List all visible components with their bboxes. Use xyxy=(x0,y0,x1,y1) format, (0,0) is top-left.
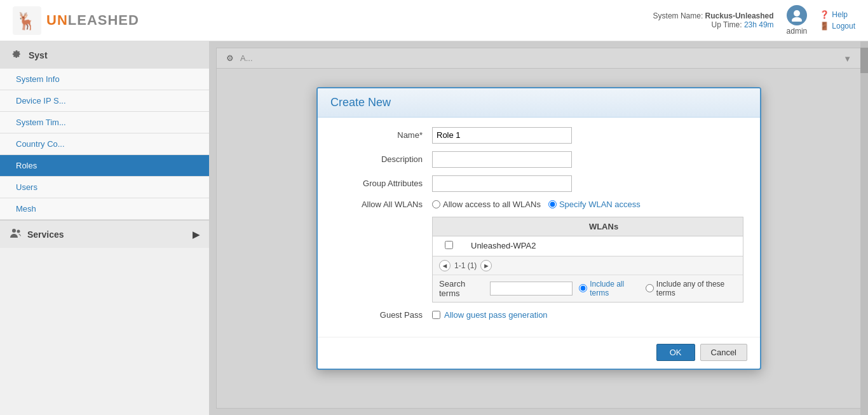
navbar: 🦌 UNLEASHED System Name: Ruckus-Unleashe… xyxy=(0,0,868,41)
svg-text:🦌: 🦌 xyxy=(16,11,37,31)
pagination-row: ◄ 1-1 (1) ► xyxy=(433,256,743,275)
sidebar-item-roles[interactable]: Roles xyxy=(0,155,209,177)
admin-avatar xyxy=(787,5,807,25)
svg-point-3 xyxy=(792,17,802,22)
system-name-row: System Name: Ruckus-Unleashed xyxy=(653,11,774,20)
brand-leashed: LEASHED xyxy=(68,12,139,28)
description-label: Description xyxy=(330,154,432,164)
admin-label: admin xyxy=(787,27,808,36)
help-icon: ❓ xyxy=(820,10,829,19)
modal-body: Name* Description Group Attributes xyxy=(318,118,760,337)
group-attributes-label: Group Attributes xyxy=(330,179,432,188)
uptime-value: 23h 49m xyxy=(744,20,774,29)
system-info: System Name: Ruckus-Unleashed Up Time: 2… xyxy=(653,11,774,29)
content-area: ⚙ A... ▼ Create New Name* xyxy=(210,41,868,415)
logout-link[interactable]: 🚪 Logout xyxy=(820,22,855,31)
navbar-right: System Name: Ruckus-Unleashed Up Time: 2… xyxy=(653,5,855,36)
name-label: Name* xyxy=(330,130,432,140)
logo: 🦌 UNLEASHED xyxy=(13,6,139,35)
radio-all-label[interactable]: Allow access to all WLANs xyxy=(432,200,541,209)
next-page-button[interactable]: ► xyxy=(480,260,492,271)
modal-overlay: Create New Name* Description xyxy=(210,41,868,415)
group-attributes-row: Group Attributes xyxy=(330,175,747,192)
search-input[interactable] xyxy=(490,282,573,296)
wlan-checkbox[interactable] xyxy=(445,241,453,249)
modal-title: Create New xyxy=(330,96,747,109)
search-any-radio[interactable] xyxy=(646,284,654,292)
description-row: Description xyxy=(330,151,747,168)
search-any-terms-label[interactable]: Include any of these terms xyxy=(646,280,736,297)
group-attributes-input[interactable] xyxy=(432,175,572,192)
main-content: Syst System Info Device IP S... System T… xyxy=(0,41,868,415)
wlan-table-container: WLANs Unleashed-WPA2 xyxy=(432,217,743,303)
radio-specify-wlan[interactable] xyxy=(548,200,557,208)
wlan-table: WLANs Unleashed-WPA2 xyxy=(433,217,743,256)
modal-footer: OK Cancel xyxy=(318,337,760,369)
admin-section: admin xyxy=(787,5,808,36)
svg-point-5 xyxy=(17,230,20,233)
services-expand-icon: ▶ xyxy=(193,229,200,240)
wlan-radio-group: Allow access to all WLANs Specify WLAN a… xyxy=(432,200,641,209)
search-terms-label: Search terms xyxy=(439,279,484,298)
system-name-value: Ruckus-Unleashed xyxy=(705,11,774,20)
search-all-terms-label[interactable]: Include all terms xyxy=(579,280,639,297)
system-name-label: System Name: xyxy=(653,11,703,20)
allow-wlans-label: Allow All WLANs xyxy=(330,200,432,209)
guest-pass-checkbox[interactable] xyxy=(432,311,440,319)
ok-button[interactable]: OK xyxy=(656,344,695,361)
brand-un: UN xyxy=(46,12,68,28)
radio-specify-label[interactable]: Specify WLAN access xyxy=(548,200,641,209)
services-section[interactable]: Services ▶ xyxy=(0,221,209,248)
page-range: 1-1 (1) xyxy=(454,261,477,270)
search-row: Search terms Include all terms Include a… xyxy=(433,275,743,302)
modal-header: Create New xyxy=(318,88,760,118)
name-input[interactable] xyxy=(432,127,572,144)
wlan-row-name: Unleashed-WPA2 xyxy=(465,236,743,255)
help-link[interactable]: ❓ Help xyxy=(820,10,855,19)
guest-checkbox-label[interactable]: Allow guest pass generation xyxy=(432,310,548,320)
services-icon xyxy=(10,227,22,242)
sidebar-item-mesh[interactable]: Mesh xyxy=(0,198,209,220)
prev-page-button[interactable]: ◄ xyxy=(439,260,451,271)
ruckus-logo-icon: 🦌 xyxy=(13,6,41,35)
modal-dialog: Create New Name* Description xyxy=(316,87,761,370)
wlan-column-header: WLANs xyxy=(465,217,743,236)
system-section-header[interactable]: Syst xyxy=(0,41,209,69)
search-all-radio[interactable] xyxy=(579,284,587,292)
help-logout: ❓ Help 🚪 Logout xyxy=(820,10,855,31)
cancel-button[interactable]: Cancel xyxy=(700,344,747,361)
uptime-row: Up Time: 23h 49m xyxy=(653,20,774,29)
uptime-label: Up Time: xyxy=(712,20,742,29)
sidebar-item-users[interactable]: Users xyxy=(0,177,209,198)
guest-pass-row: Guest Pass Allow guest pass generation xyxy=(330,310,747,320)
allow-wlans-row: Allow All WLANs Allow access to all WLAN… xyxy=(330,200,747,209)
wlan-row-checkbox-cell xyxy=(433,236,465,255)
system-section: Syst System Info Device IP S... System T… xyxy=(0,41,209,221)
wlan-checkbox-header xyxy=(433,217,465,236)
radio-all-wlans[interactable] xyxy=(432,200,440,208)
gear-icon xyxy=(10,48,22,62)
brand-name: UNLEASHED xyxy=(46,12,139,29)
svg-point-2 xyxy=(794,10,800,17)
sidebar-item-device-ip[interactable]: Device IP S... xyxy=(0,90,209,112)
sidebar-item-system-info[interactable]: System Info xyxy=(0,69,209,90)
services-label: Services xyxy=(27,229,64,240)
system-section-label: Syst xyxy=(29,50,48,60)
sidebar-item-system-time[interactable]: System Tim... xyxy=(0,112,209,133)
description-input[interactable] xyxy=(432,151,572,168)
sidebar: Syst System Info Device IP S... System T… xyxy=(0,41,210,415)
name-row: Name* xyxy=(330,127,747,144)
wlan-row: Unleashed-WPA2 xyxy=(433,236,743,255)
svg-point-4 xyxy=(12,229,16,233)
guest-pass-label: Guest Pass xyxy=(330,310,432,320)
sidebar-item-country-code[interactable]: Country Co... xyxy=(0,133,209,155)
services-icon-group: Services xyxy=(10,227,64,242)
logout-icon: 🚪 xyxy=(820,22,829,31)
